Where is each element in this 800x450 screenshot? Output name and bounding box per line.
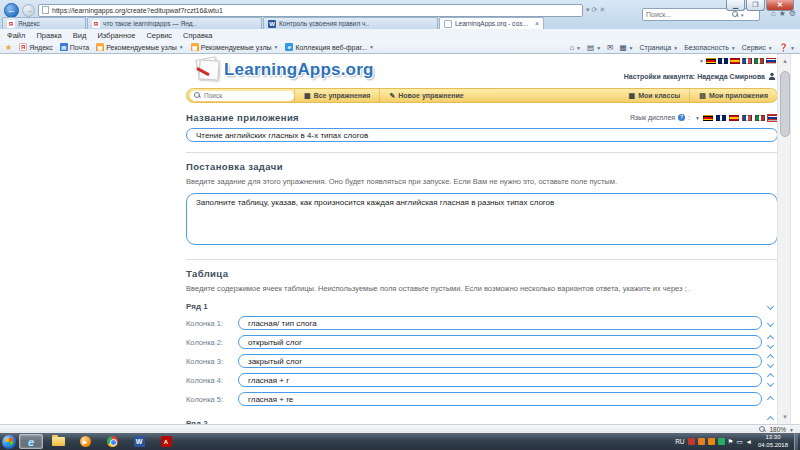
menu-tools[interactable]: Сервис	[146, 31, 172, 40]
flag-es-icon[interactable]	[730, 58, 740, 64]
site-search-input[interactable]	[204, 92, 284, 99]
favorite-mail[interactable]: ✉Почта	[60, 43, 89, 51]
menu-view[interactable]: Вид	[73, 31, 87, 40]
favorite-suggested-sites-2[interactable]: ▣Рекомендуемые узлы▼	[191, 43, 279, 51]
flag-de-icon[interactable]	[706, 58, 716, 64]
help-menu[interactable]: ❓▼	[779, 43, 795, 52]
menu-favorites[interactable]: Избранное	[97, 31, 135, 40]
print-menu[interactable]: ▦▼	[619, 43, 633, 52]
taskbar-clock[interactable]: 13:30 04.05.2018	[758, 434, 788, 449]
minimize-button[interactable]: ▁	[726, 0, 745, 11]
cell-input-r1c5[interactable]	[238, 392, 762, 406]
tab-document[interactable]: W Контроль усвоения правил ч..	[263, 17, 438, 29]
tab-yandex[interactable]: Я Яндекс	[2, 17, 86, 29]
tools-menu[interactable]: Сервис▼	[742, 44, 773, 51]
tray-app-icon[interactable]	[708, 438, 715, 445]
home-menu[interactable]: ⌂▼	[570, 43, 581, 52]
feeds-menu[interactable]: ▤▼	[587, 43, 601, 52]
move-down-icon[interactable]	[766, 342, 773, 349]
scrollbar-thumb[interactable]	[780, 71, 790, 137]
flag-gb-icon[interactable]	[716, 115, 726, 121]
nav-my-apps[interactable]: ▤Мои приложения	[689, 89, 777, 102]
taskbar-word[interactable]: W	[127, 434, 151, 449]
flag-de-icon[interactable]	[703, 115, 713, 121]
dropdown-icon[interactable]: ▼	[699, 58, 704, 64]
move-down-icon[interactable]	[766, 380, 773, 387]
cell-input-r1c4[interactable]	[238, 373, 762, 387]
column-label: Колонка 4:	[186, 376, 238, 385]
menu-help[interactable]: Справка	[183, 31, 212, 40]
move-down-icon[interactable]	[766, 303, 773, 310]
learningapps-logo[interactable]: LearningApps.org	[194, 56, 374, 84]
stop-icon[interactable]: ✕	[599, 6, 605, 14]
task-textarea[interactable]: Заполните таблицу, указав, как произноси…	[186, 193, 778, 245]
scroll-up-icon[interactable]: ▲	[778, 54, 792, 68]
menu-edit[interactable]: Правка	[36, 31, 61, 40]
feeds-icon: ▤	[587, 43, 594, 52]
favorite-yandex[interactable]: ЯЯндекс	[19, 43, 53, 51]
site-search-box[interactable]	[190, 91, 294, 101]
maximize-button[interactable]: ❐	[746, 0, 765, 11]
show-desktop-button[interactable]	[794, 433, 798, 450]
time: 13:30	[758, 434, 788, 442]
info-icon[interactable]: ?	[678, 114, 685, 121]
tray-network-icon[interactable]: ▭	[736, 438, 742, 446]
flag-it-icon[interactable]	[755, 115, 765, 121]
nav-all-exercises[interactable]: ▦Все упражнения	[294, 89, 379, 102]
safety-menu[interactable]: Безопасность▼	[684, 44, 736, 51]
flag-ru-icon[interactable]	[766, 58, 776, 64]
flag-fr-icon[interactable]	[742, 115, 752, 121]
nav-my-classes[interactable]: ▦Мои классы	[620, 89, 690, 102]
taskbar-explorer[interactable]	[46, 434, 70, 449]
tray-volume-icon[interactable]: ◄	[746, 438, 752, 445]
page-menu[interactable]: Страница▼	[639, 44, 678, 51]
grid-icon: ▦	[629, 92, 636, 100]
cell-input-r1c2[interactable]	[238, 335, 762, 349]
tray-app-icon[interactable]	[688, 438, 695, 445]
zoom-dropdown-icon[interactable]: ▼	[789, 427, 794, 433]
forward-button[interactable]: →	[22, 4, 35, 17]
account-settings-link[interactable]: Настройки аккаунта: Надежда Смирнова	[624, 72, 776, 80]
language-indicator[interactable]: RU	[675, 438, 684, 445]
flag-gb-icon[interactable]	[718, 58, 728, 64]
cell-input-r1c1[interactable]	[238, 316, 762, 330]
autocomplete-dropdown-icon[interactable]: ▾	[586, 6, 590, 14]
favorite-web-slices[interactable]: eКоллекция веб-фраг...▼	[285, 43, 373, 51]
app-title-input[interactable]	[186, 128, 778, 142]
favorite-suggested-sites-1[interactable]: ▣Рекомендуемые узлы▼	[96, 43, 184, 51]
taskbar-media-player[interactable]: ▶	[73, 434, 97, 449]
taskbar-chrome[interactable]	[100, 434, 124, 449]
logo-text: LearningApps.org	[224, 60, 374, 80]
row-1-header: Ряд 1	[186, 301, 778, 311]
flag-it-icon[interactable]	[754, 58, 764, 64]
cell-input-r1c3[interactable]	[238, 354, 762, 368]
tab-yandex-search[interactable]: Я что такое learningapps — Янд..	[87, 17, 262, 29]
move-down-icon[interactable]	[766, 361, 773, 368]
read-mail-button[interactable]: ✉	[607, 43, 613, 52]
start-button[interactable]	[2, 435, 16, 449]
add-favorite-star-icon[interactable]: ★	[5, 43, 12, 52]
tray-lock-icon[interactable]	[698, 438, 705, 445]
refresh-icon[interactable]: ⟳	[592, 6, 598, 14]
menu-file[interactable]: Файл	[7, 31, 25, 40]
chrome-icon	[107, 436, 118, 447]
taskbar-ie-active[interactable]: e	[19, 434, 43, 449]
back-button[interactable]: ←	[4, 3, 19, 18]
tab-learningapps-active[interactable]: LearningApps.org - создан... ×	[439, 17, 544, 29]
flag-es-icon[interactable]	[729, 115, 739, 121]
move-up-icon[interactable]	[766, 396, 773, 403]
dropdown-icon[interactable]: ▼	[695, 115, 700, 121]
status-bar: 180% ▼	[0, 424, 800, 433]
close-button[interactable]: ✕	[766, 0, 794, 11]
tab-close-icon[interactable]: ×	[535, 20, 539, 27]
flag-fr-icon[interactable]	[742, 58, 752, 64]
tray-antivirus-icon[interactable]	[718, 438, 725, 445]
tray-flag-icon[interactable]: ⚑	[728, 438, 734, 446]
address-bar[interactable]: https://learningapps.org/create?editupwa…	[38, 4, 583, 17]
vertical-scrollbar[interactable]: ▲ ▼	[777, 54, 791, 424]
nav-new-exercise[interactable]: ✎Новое упражнение	[379, 89, 472, 102]
scroll-down-icon[interactable]: ▼	[778, 410, 792, 424]
move-down-icon[interactable]	[766, 320, 773, 327]
zoom-control[interactable]: 180% ▼	[759, 426, 794, 433]
taskbar-acrobat[interactable]: A	[154, 434, 178, 449]
